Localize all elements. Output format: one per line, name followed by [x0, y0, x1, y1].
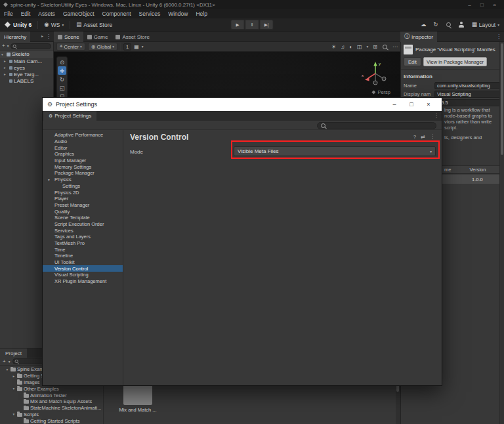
inspector-scrollbar[interactable] — [499, 42, 504, 424]
hierarchy-item-eye-targets[interactable]: ▸ Eye Targ... — [0, 71, 53, 77]
menu-assets[interactable]: Assets — [34, 9, 59, 18]
maximize-button[interactable]: □ — [403, 98, 420, 111]
view-tool-button[interactable]: ⊙ — [58, 58, 66, 66]
caret-down-icon[interactable]: ▾ — [367, 45, 369, 49]
cloud-icon[interactable]: ☁ — [421, 22, 427, 28]
pause-button[interactable]: ‖ — [245, 20, 259, 30]
menu-file[interactable]: File — [0, 9, 17, 18]
tab-game[interactable]: Game — [83, 32, 112, 42]
settings-titlebar[interactable]: ⚙ Project Settings – □ × — [43, 98, 442, 111]
settings-search-input[interactable] — [328, 123, 433, 129]
settings-item-adaptive-performance[interactable]: Adaptive Performance — [43, 132, 123, 138]
field-value[interactable]: Visual Scripting — [434, 91, 501, 98]
scene-effects-icon[interactable]: ◐ — [349, 44, 352, 50]
settings-item-timeline[interactable]: Timeline — [43, 253, 123, 259]
play-button[interactable]: ▶ — [231, 20, 245, 30]
expander-icon[interactable]: ▾ — [12, 387, 16, 391]
settings-item-preset-manager[interactable]: Preset Manager — [43, 202, 123, 209]
gizmos-menu-icon[interactable]: ⊞ — [373, 44, 377, 50]
menu-window[interactable]: Window — [164, 9, 192, 18]
scene-header-row[interactable]: ▾ Skeleto — [0, 51, 53, 58]
settings-item-graphics[interactable]: Graphics — [43, 151, 123, 158]
menu-help[interactable]: Help — [192, 9, 211, 18]
pivot-dropdown[interactable]: ⌖ Center ▾ — [56, 43, 85, 51]
edit-button[interactable]: Edit — [404, 57, 421, 66]
hierarchy-item-eyes[interactable]: ▸ eyes — [0, 64, 53, 71]
tab-inspector[interactable]: ⓘ Inspector — [400, 32, 437, 42]
tab-asset-store[interactable]: Asset Store — [112, 32, 153, 42]
scrollbar-thumb[interactable] — [501, 43, 503, 155]
caret-down-icon[interactable]: ▾ — [9, 360, 10, 364]
settings-item-player[interactable]: Player — [43, 196, 123, 202]
hierarchy-item-main-camera[interactable]: ▸ Main Cam... — [0, 58, 53, 64]
expander-icon[interactable]: ▾ — [12, 412, 16, 416]
unity-version-button[interactable]: Unity 6 — [5, 22, 32, 28]
menu-dots-icon[interactable]: ⋮ — [46, 34, 51, 39]
expander-icon[interactable]: ▸ — [4, 66, 8, 70]
chevron-right-icon[interactable]: ▸ — [41, 34, 43, 39]
move-tool-button[interactable]: ✛ — [58, 66, 66, 75]
menu-dots-icon[interactable]: ⋮ — [430, 134, 435, 140]
settings-item-script-execution-order[interactable]: Script Execution Order — [43, 221, 123, 228]
hierarchy-item-labels[interactable]: LABELS — [0, 77, 53, 84]
projection-toggle[interactable]: Persp — [371, 89, 390, 95]
expander-icon[interactable]: ▾ — [48, 178, 50, 182]
scene-search-icon[interactable] — [382, 44, 388, 50]
settings-item-physics[interactable]: ▾Physics — [43, 177, 123, 183]
asset-tile-mix-and-match[interactable]: Mix and Match ... — [119, 383, 157, 413]
settings-item-textmesh-pro[interactable]: TextMesh Pro — [43, 240, 123, 247]
settings-item-tags-and-layers[interactable]: Tags and Layers — [43, 234, 123, 240]
grid-size-field[interactable]: 1 — [123, 43, 131, 51]
help-icon[interactable]: ? — [413, 134, 416, 140]
settings-item-quality[interactable]: Quality — [43, 208, 123, 215]
layout-dropdown[interactable]: ▦ Layout ▾ — [472, 22, 499, 28]
settings-item-physics-settings[interactable]: Settings — [43, 183, 123, 190]
scene-orientation-gizmo[interactable]: y x — [361, 59, 390, 88]
more-dots-icon[interactable]: ⋯ — [392, 44, 398, 50]
project-folder-statemachine[interactable]: StateMachine SkeletonAnimati... — [0, 405, 103, 412]
project-folder-animation-tester[interactable]: Animation Tester — [0, 392, 103, 398]
settings-item-input-manager[interactable]: Input Manager — [43, 158, 123, 164]
tab-hierarchy[interactable]: Hierarchy — [0, 32, 30, 42]
caret-down-icon[interactable]: ▾ — [7, 44, 9, 48]
scene-audio-icon[interactable]: ♫ — [341, 44, 345, 50]
menu-dots-icon[interactable]: ⋮ — [496, 34, 501, 39]
field-value[interactable]: 1.9.5 — [434, 99, 501, 106]
settings-search-field[interactable] — [317, 122, 436, 129]
field-value[interactable]: com.unity.visualscripting — [434, 82, 501, 89]
asset-store-button[interactable]: ▤ Asset Store — [76, 22, 112, 28]
add-asset-button[interactable]: + — [3, 359, 6, 364]
menu-gameobject[interactable]: GameObject — [59, 9, 98, 18]
ws-dropdown[interactable]: ◉ WS ▾ — [44, 22, 64, 28]
add-object-button[interactable]: + — [2, 43, 5, 49]
rotate-tool-button[interactable]: ↻ — [58, 75, 66, 83]
settings-item-memory-settings[interactable]: Memory Settings — [43, 163, 123, 170]
settings-item-physics-2d[interactable]: Physics 2D — [43, 189, 123, 196]
undo-history-icon[interactable]: ↻ — [434, 22, 438, 28]
close-button[interactable]: × — [488, 0, 501, 9]
expander-icon[interactable]: ▸ — [4, 72, 8, 76]
scale-tool-button[interactable]: ◱ — [58, 83, 66, 92]
menu-dots-icon[interactable]: ⋮ — [434, 114, 439, 119]
grid-snap-icon[interactable]: ▦ — [134, 44, 139, 50]
menu-services[interactable]: Services — [135, 9, 165, 18]
settings-item-version-control[interactable]: Version Control — [43, 265, 123, 272]
settings-item-visual-scripting[interactable]: Visual Scripting — [43, 272, 123, 278]
expander-icon[interactable]: ▸ — [12, 374, 16, 378]
settings-item-time[interactable]: Time — [43, 246, 123, 253]
mode-dropdown[interactable]: Visible Meta Files ▾ — [234, 146, 436, 156]
settings-item-package-manager[interactable]: Package Manager — [43, 170, 123, 177]
project-folder-getting-started-scripts[interactable]: Getting Started Scripts — [0, 417, 103, 424]
caret-down-icon[interactable]: ▾ — [142, 45, 144, 49]
tab-scene[interactable]: Scene — [54, 32, 83, 42]
close-button[interactable]: × — [420, 98, 437, 111]
settings-item-services[interactable]: Services — [43, 227, 123, 234]
project-folder-mix-and-match-equip-assets[interactable]: Mix and Match Equip Assets — [0, 398, 103, 405]
orientation-dropdown[interactable]: ⊕ Global ▾ — [88, 43, 117, 51]
expander-icon[interactable]: ▸ — [4, 59, 8, 63]
settings-item-ui-toolkit[interactable]: UI Toolkit — [43, 259, 123, 266]
project-folder-other-examples[interactable]: ▾ Other Examples — [0, 385, 103, 392]
menu-edit[interactable]: Edit — [17, 9, 35, 18]
view-in-package-manager-button[interactable]: View in Package Manager — [423, 57, 487, 66]
maximize-button[interactable]: □ — [476, 0, 488, 9]
